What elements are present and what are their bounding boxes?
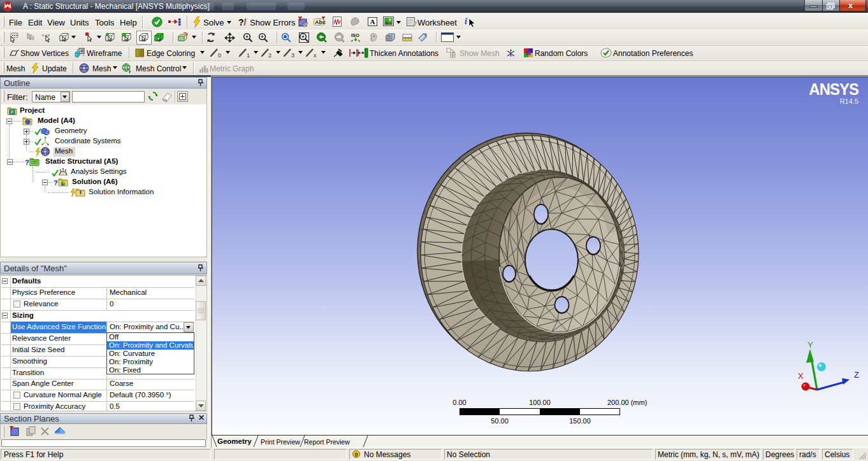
svg-text:ISO: ISO: [351, 32, 359, 38]
svg-text:Z: Z: [854, 370, 859, 379]
svg-text:Abc: Abc: [315, 19, 326, 25]
svg-text:A: A: [370, 18, 375, 25]
svg-text:X: X: [798, 371, 804, 381]
svg-text:Y: Y: [807, 340, 813, 350]
svg-text:0: 0: [355, 451, 358, 458]
